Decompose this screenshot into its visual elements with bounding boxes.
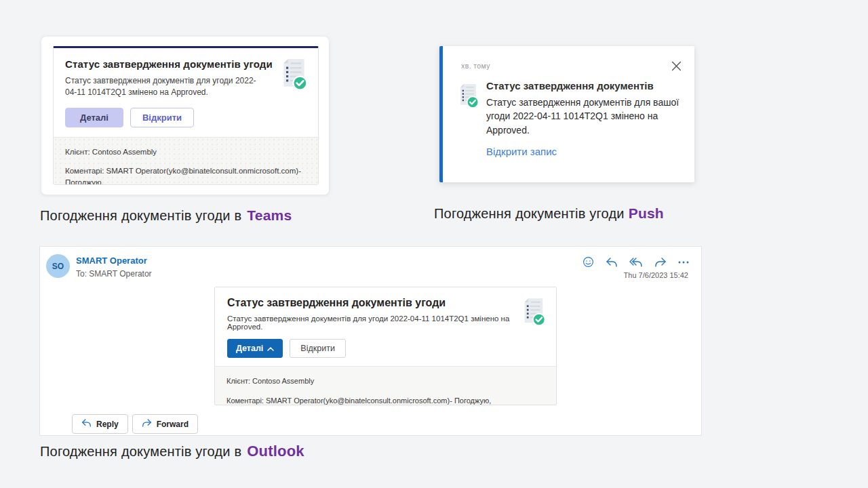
close-icon[interactable]: [670, 60, 682, 72]
outlook-email-panel: SO SMART Operator To: SMART Operator: [39, 246, 702, 436]
sent-timestamp: Thu 7/6/2023 15:42: [624, 271, 688, 279]
caption-outlook-highlight: Outlook: [247, 443, 304, 460]
teams-notification-window: Статус завтвердження документів угоди Ст…: [41, 36, 330, 195]
push-timestamp: хв. тому: [461, 62, 490, 70]
teams-card-title: Статус завтвердження документів угоди: [65, 58, 307, 70]
open-button[interactable]: Відкрити: [290, 339, 346, 358]
recipient-line: To: SMART Operator: [76, 269, 152, 279]
outlook-card-title: Статус завтвердження документів угоди: [227, 297, 544, 309]
open-button[interactable]: Відкрити: [130, 108, 194, 127]
document-check-icon: [280, 58, 307, 93]
push-body: Статус затвердження документів для вашої…: [486, 96, 691, 137]
reply-button-label: Reply: [96, 420, 119, 429]
sender-name[interactable]: SMART Operator: [76, 256, 147, 266]
push-title: Статус затвердження документів: [486, 80, 691, 92]
forward-button-label: Forward: [157, 420, 189, 429]
push-notification-card: хв. тому Статус затверджен: [439, 46, 694, 182]
caption-teams: Погодження документів угоди вTeams: [40, 207, 292, 224]
teams-card-body: Статус завтвердження документів для угод…: [65, 75, 266, 99]
forward-icon[interactable]: [654, 258, 667, 267]
client-line: Клієнт: Contoso Assembly: [226, 375, 545, 387]
more-options-icon[interactable]: [678, 261, 689, 264]
outlook-card-details-section: Клієнт: Contoso Assembly Коментарі: SMAR…: [215, 366, 556, 405]
caption-teams-text: Погодження документів угоди в: [40, 208, 241, 223]
client-line: Клієнт: Contoso Assembly: [65, 146, 307, 158]
caption-push-text: Погодження документів угоди: [434, 206, 625, 221]
chevron-up-icon: [267, 344, 274, 353]
forward-button[interactable]: Forward: [132, 414, 198, 434]
document-check-icon: [521, 297, 545, 329]
outlook-adaptive-card: Статус завтвердження документів угоди Ст…: [214, 287, 557, 405]
comment-line: Коментарі: SMART Operator(yko@binatelcon…: [65, 165, 307, 185]
reply-all-icon[interactable]: [629, 258, 643, 267]
reply-icon[interactable]: [606, 258, 618, 267]
forward-icon: [142, 419, 152, 429]
caption-outlook: Погодження документів угоди вOutlook: [40, 443, 304, 460]
caption-push-highlight: Push: [629, 205, 664, 221]
reply-button[interactable]: Reply: [72, 414, 128, 434]
details-button[interactable]: Деталі: [65, 108, 123, 127]
outlook-card-body: Статус завтвердження документів для угод…: [227, 314, 519, 331]
caption-outlook-text: Погодження документів угоди в: [40, 444, 241, 459]
reply-icon: [81, 419, 92, 429]
caption-teams-highlight: Teams: [247, 207, 292, 223]
comment-line: Коментарі: SMART Operator(yko@binatelcon…: [226, 395, 545, 406]
caption-push: Погодження документів угодиPush: [434, 205, 664, 222]
teams-adaptive-card: Статус завтвердження документів угоди Ст…: [53, 46, 319, 185]
details-button-label: Деталі: [236, 344, 263, 353]
reaction-smiley-icon[interactable]: [583, 256, 594, 268]
avatar: SO: [46, 254, 70, 278]
document-check-icon: [458, 83, 478, 158]
details-button[interactable]: Деталі: [227, 339, 283, 358]
teams-card-details-section: Клієнт: Contoso Assembly Коментарі: SMAR…: [54, 137, 318, 185]
open-record-link[interactable]: Відкрити запис: [486, 146, 557, 157]
